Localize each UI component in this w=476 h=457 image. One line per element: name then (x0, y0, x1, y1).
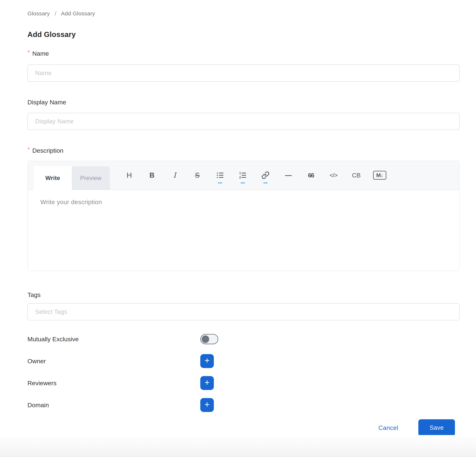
tags-label: Tags (27, 291, 41, 298)
breadcrumb-glossary[interactable]: Glossary (27, 10, 50, 17)
italic-icon[interactable]: I (169, 165, 180, 185)
tab-write[interactable]: Write (34, 166, 72, 190)
required-asterisk: * (27, 49, 30, 56)
mutually-exclusive-toggle[interactable] (200, 334, 218, 344)
quote-icon[interactable]: 66 (305, 165, 317, 185)
add-reviewers-button[interactable]: + (200, 376, 214, 390)
display-name-label-row: Display Name (27, 98, 459, 106)
markdown-icon-box: M↓ (373, 171, 386, 180)
inline-code-icon[interactable]: </> (328, 165, 340, 185)
tags-input[interactable] (27, 303, 459, 321)
mutually-exclusive-label: Mutually Exclusive (27, 336, 200, 343)
reviewers-row: Reviewers + (27, 376, 459, 390)
add-glossary-page: Glossary / Add Glossary Add Glossary * N… (0, 0, 476, 436)
toggle-knob (202, 335, 209, 343)
bold-icon[interactable]: B (146, 165, 158, 185)
name-label: Name (32, 50, 49, 57)
svg-text:1: 1 (239, 171, 241, 175)
strikethrough-icon[interactable]: S (192, 165, 203, 185)
description-label-row: * Description (27, 146, 459, 154)
breadcrumb: Glossary / Add Glossary (27, 9, 459, 17)
name-input[interactable] (27, 64, 459, 82)
description-editor: Write Preview H B I S (27, 161, 459, 271)
link-icon[interactable] (260, 165, 271, 185)
horizontal-rule-icon[interactable]: — (282, 165, 294, 185)
tab-preview[interactable]: Preview (72, 166, 110, 190)
display-name-label: Display Name (27, 99, 66, 106)
name-label-row: * Name (27, 50, 459, 58)
code-block-icon[interactable]: CB (350, 165, 362, 185)
editor-tools: H B I S (118, 161, 392, 190)
page-title: Add Glossary (27, 30, 459, 39)
cancel-button[interactable]: Cancel (378, 424, 398, 431)
markdown-icon[interactable]: M↓ (373, 165, 386, 185)
domain-row: Domain + (27, 398, 459, 412)
tags-label-row: Tags (27, 291, 459, 299)
owner-label: Owner (27, 358, 200, 365)
add-domain-button[interactable]: + (200, 398, 214, 412)
reviewers-label: Reviewers (27, 380, 200, 387)
editor-toolbar: Write Preview H B I S (28, 161, 459, 190)
editor-tabs: Write Preview (34, 166, 110, 190)
breadcrumb-add-glossary: Add Glossary (61, 10, 95, 17)
svg-text:2: 2 (239, 176, 241, 179)
breadcrumb-separator: / (55, 10, 56, 17)
mutually-exclusive-row: Mutually Exclusive (27, 334, 459, 344)
domain-label: Domain (27, 402, 200, 409)
display-name-input[interactable] (27, 113, 459, 130)
save-button[interactable]: Save (418, 419, 455, 436)
bullet-list-icon[interactable] (214, 165, 226, 185)
description-label: Description (32, 147, 63, 154)
form-footer: Cancel Save (27, 419, 459, 436)
heading-icon[interactable]: H (123, 165, 135, 185)
add-owner-button[interactable]: + (200, 354, 214, 368)
bottom-page-fade (0, 435, 476, 457)
required-asterisk: * (27, 146, 30, 153)
description-placeholder: Write your description (40, 198, 102, 205)
numbered-list-icon[interactable]: 1 2 (237, 165, 249, 185)
owner-row: Owner + (27, 354, 459, 368)
description-input[interactable]: Write your description (28, 190, 459, 271)
